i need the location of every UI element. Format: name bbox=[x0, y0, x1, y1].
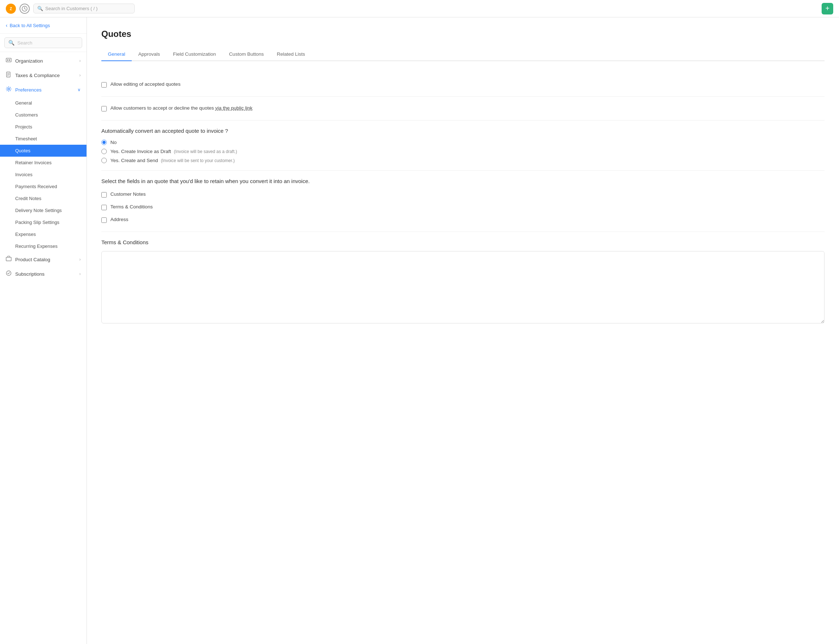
add-button[interactable]: + bbox=[822, 3, 833, 15]
preferences-label: Preferences bbox=[15, 87, 74, 93]
sidebar-search[interactable]: 🔍 bbox=[4, 37, 82, 48]
back-to-settings-link[interactable]: ‹ Back to All Settings bbox=[0, 17, 87, 34]
terms-conditions-checkbox[interactable] bbox=[101, 205, 107, 210]
address-checkbox[interactable] bbox=[101, 217, 107, 223]
main-content: Quotes General Approvals Field Customiza… bbox=[87, 17, 839, 644]
sidebar-search-input[interactable] bbox=[17, 40, 78, 46]
svg-rect-6 bbox=[7, 59, 8, 61]
taxes-icon bbox=[6, 72, 12, 79]
customer-notes-checkbox[interactable] bbox=[101, 192, 107, 197]
preferences-sub-menu: General Customers Projects Timesheet Quo… bbox=[0, 97, 87, 252]
search-placeholder-text: Search in Customers ( / ) bbox=[45, 6, 98, 11]
retain-fields-section: Select the fields in an quote that you'd… bbox=[101, 171, 824, 232]
product-catalog-arrow: › bbox=[79, 257, 81, 262]
sidebar-sub-timesheet[interactable]: Timesheet bbox=[0, 133, 87, 145]
auto-convert-title: Automatically convert an accepted quote … bbox=[101, 128, 824, 134]
sidebar-sub-delivery-note[interactable]: Delivery Note Settings bbox=[0, 204, 87, 216]
sidebar-sub-invoices[interactable]: Invoices bbox=[0, 169, 87, 181]
subscriptions-label: Subscriptions bbox=[15, 271, 76, 277]
allow-customers-section: Allow customers to accept or decline the… bbox=[101, 97, 824, 120]
organization-arrow: › bbox=[79, 58, 81, 63]
svg-rect-5 bbox=[6, 58, 11, 62]
sidebar-sub-customers[interactable]: Customers bbox=[0, 109, 87, 121]
sidebar-item-preferences[interactable]: Preferences ∨ bbox=[0, 82, 87, 97]
tabs-bar: General Approvals Field Customization Cu… bbox=[101, 48, 824, 61]
sidebar-sub-expenses[interactable]: Expenses bbox=[0, 228, 87, 240]
radio-yes-draft[interactable] bbox=[101, 149, 107, 154]
auto-convert-section: Automatically convert an accepted quote … bbox=[101, 120, 824, 171]
radio-yes-send-note: (Invoice will be sent to your customer.) bbox=[161, 158, 235, 163]
sidebar-sub-recurring-expenses[interactable]: Recurring Expenses bbox=[0, 240, 87, 252]
organization-icon bbox=[6, 57, 12, 64]
sidebar-sub-retainer-invoices[interactable]: Retainer Invoices bbox=[0, 157, 87, 169]
address-row: Address bbox=[101, 215, 824, 224]
customer-notes-label[interactable]: Customer Notes bbox=[110, 191, 146, 197]
app-logo[interactable]: Z bbox=[6, 3, 16, 14]
terms-conditions-label[interactable]: Terms & Conditions bbox=[110, 204, 153, 209]
customer-notes-row: Customer Notes bbox=[101, 190, 824, 199]
taxes-arrow: › bbox=[79, 73, 81, 78]
organization-label: Organization bbox=[15, 58, 76, 64]
back-arrow-icon: ‹ bbox=[6, 23, 8, 28]
allow-editing-label[interactable]: Allow editing of accepted quotes bbox=[110, 81, 181, 87]
sidebar-item-taxes[interactable]: Taxes & Compliance › bbox=[0, 68, 87, 82]
topbar: Z 🔍 Search in Customers ( / ) + bbox=[0, 0, 839, 17]
public-link-text: via the public link bbox=[216, 105, 253, 111]
svg-point-12 bbox=[8, 88, 10, 90]
allow-editing-section: Allow editing of accepted quotes bbox=[101, 73, 824, 97]
allow-customers-checkbox[interactable] bbox=[101, 106, 107, 112]
retain-checkbox-list: Customer Notes Terms & Conditions Addres… bbox=[101, 190, 824, 224]
svg-rect-13 bbox=[6, 257, 11, 261]
terms-title: Terms & Conditions bbox=[101, 239, 824, 245]
sidebar-sub-quotes[interactable]: Quotes bbox=[0, 145, 87, 157]
sidebar-item-organization[interactable]: Organization › bbox=[0, 54, 87, 68]
sidebar-sub-projects[interactable]: Projects bbox=[0, 121, 87, 133]
search-icon: 🔍 bbox=[37, 6, 43, 11]
global-search-bar[interactable]: 🔍 Search in Customers ( / ) bbox=[33, 3, 135, 13]
allow-customers-label[interactable]: Allow customers to accept or decline the… bbox=[110, 105, 252, 111]
radio-yes-send[interactable] bbox=[101, 158, 107, 163]
auto-convert-radio-group: No Yes. Create Invoice as Draft (Invoice… bbox=[101, 140, 824, 163]
main-layout: ‹ Back to All Settings 🔍 Organization › bbox=[0, 17, 839, 644]
sidebar-search-wrap: 🔍 bbox=[0, 34, 87, 52]
radio-yes-send-label[interactable]: Yes. Create and Send (Invoice will be se… bbox=[110, 158, 235, 163]
sidebar: ‹ Back to All Settings 🔍 Organization › bbox=[0, 17, 87, 644]
tab-field-customization[interactable]: Field Customization bbox=[166, 48, 223, 61]
sidebar-sub-packing-slip[interactable]: Packing Slip Settings bbox=[0, 216, 87, 228]
allow-customers-row: Allow customers to accept or decline the… bbox=[101, 104, 824, 113]
clock-icon[interactable] bbox=[20, 3, 30, 14]
sidebar-sub-credit-notes[interactable]: Credit Notes bbox=[0, 192, 87, 204]
radio-yes-draft-note: (Invoice will be saved as a draft.) bbox=[174, 149, 237, 154]
product-catalog-label: Product Catalog bbox=[15, 257, 76, 262]
radio-yes-draft-label[interactable]: Yes. Create Invoice as Draft (Invoice wi… bbox=[110, 149, 237, 154]
allow-editing-row: Allow editing of accepted quotes bbox=[101, 80, 824, 89]
sidebar-item-subscriptions[interactable]: Subscriptions › bbox=[0, 267, 87, 281]
terms-section: Terms & Conditions bbox=[101, 232, 824, 332]
svg-line-4 bbox=[25, 9, 26, 10]
preferences-icon bbox=[6, 86, 12, 94]
subscriptions-arrow: › bbox=[79, 271, 81, 276]
address-label[interactable]: Address bbox=[110, 217, 128, 222]
radio-yes-send-row: Yes. Create and Send (Invoice will be se… bbox=[101, 158, 824, 163]
sidebar-sub-general[interactable]: General bbox=[0, 97, 87, 109]
sidebar-item-product-catalog[interactable]: Product Catalog › bbox=[0, 252, 87, 267]
retain-title: Select the fields in an quote that you'd… bbox=[101, 178, 824, 184]
sidebar-sub-payments-received[interactable]: Payments Received bbox=[0, 181, 87, 192]
svg-rect-7 bbox=[9, 59, 10, 61]
radio-no[interactable] bbox=[101, 140, 107, 145]
svg-text:Z: Z bbox=[10, 7, 12, 11]
radio-no-label[interactable]: No bbox=[110, 140, 117, 145]
tab-related-lists[interactable]: Related Lists bbox=[270, 48, 312, 61]
back-label: Back to All Settings bbox=[10, 23, 50, 28]
tab-general[interactable]: General bbox=[101, 48, 132, 61]
tab-approvals[interactable]: Approvals bbox=[132, 48, 166, 61]
terms-textarea[interactable] bbox=[101, 251, 824, 324]
page-title: Quotes bbox=[101, 29, 824, 39]
radio-yes-draft-row: Yes. Create Invoice as Draft (Invoice wi… bbox=[101, 149, 824, 154]
allow-editing-checkbox[interactable] bbox=[101, 82, 107, 87]
subscriptions-icon bbox=[6, 270, 12, 278]
terms-conditions-row: Terms & Conditions bbox=[101, 203, 824, 212]
sidebar-nav: Organization › Taxes & Compliance › Pref… bbox=[0, 52, 87, 283]
tab-custom-buttons[interactable]: Custom Buttons bbox=[223, 48, 270, 61]
preferences-arrow: ∨ bbox=[77, 87, 81, 92]
